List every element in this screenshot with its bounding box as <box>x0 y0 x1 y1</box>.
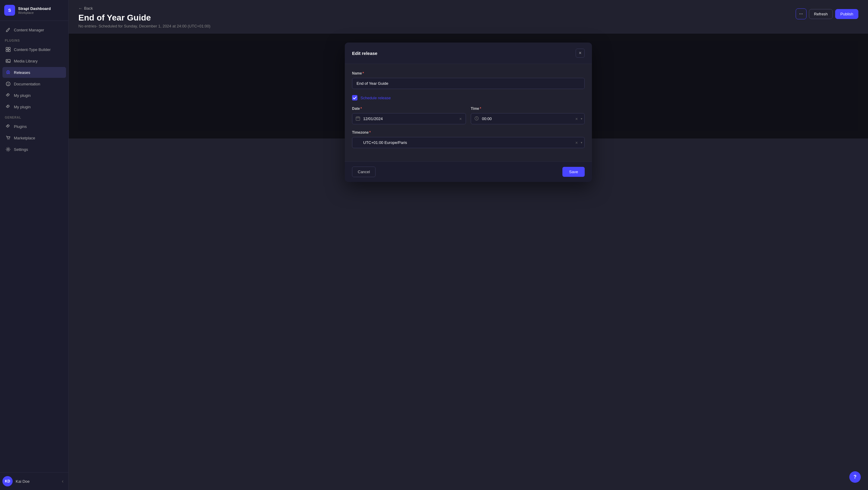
app-logo: S <box>4 5 15 16</box>
time-dropdown-button[interactable]: ▾ <box>581 117 582 120</box>
puzzle-icon-2 <box>5 104 11 110</box>
sidebar-collapse-button[interactable]: ‹ <box>59 478 66 485</box>
arrow-left-icon: ← <box>79 6 82 10</box>
schedule-release-checkbox[interactable] <box>352 95 358 100</box>
cancel-button[interactable]: Cancel <box>352 167 375 177</box>
timezone-input-actions: × ▾ <box>574 140 582 146</box>
sidebar-footer: KD Kai Doe ‹ <box>0 472 68 490</box>
schedule-release-label[interactable]: Schedule release <box>361 96 391 100</box>
date-input-actions: × <box>458 116 464 122</box>
sidebar-item-settings[interactable]: Settings <box>2 144 66 155</box>
back-label: Back <box>84 6 93 10</box>
name-input[interactable] <box>352 78 585 89</box>
date-required-star: * <box>361 107 362 111</box>
main-header: ← Back End of Year Guide No entries- Sch… <box>69 0 868 33</box>
main-content-area: ← Back End of Year Guide No entries- Sch… <box>69 0 868 490</box>
modal-close-button[interactable]: × <box>576 49 585 58</box>
page-title: End of Year Guide <box>79 13 210 23</box>
sidebar-item-marketplace[interactable]: Marketplace <box>2 133 66 143</box>
user-name: Kai Doe <box>16 479 56 484</box>
timezone-label: Timezone* <box>352 131 585 135</box>
gear-icon-plugins <box>5 124 11 129</box>
sidebar-item-label: Marketplace <box>14 136 35 140</box>
sidebar-nav: Content Manager PLUGINS Content-Type Bui… <box>0 21 68 472</box>
rocket-icon <box>5 70 11 75</box>
info-icon <box>5 81 11 87</box>
svg-rect-11 <box>356 117 360 120</box>
modal-body: Name* Schedule release <box>345 64 592 162</box>
sidebar-item-documentation[interactable]: Documentation <box>2 79 66 89</box>
sidebar-item-plugins[interactable]: Plugins <box>2 121 66 132</box>
modal-title: Edit release <box>352 51 377 56</box>
modal-footer: Cancel Save <box>345 162 592 182</box>
sidebar: S Strapi Dashboard Workplace Content Man… <box>0 0 69 490</box>
svg-point-6 <box>8 72 9 73</box>
time-input-wrapper: × ▾ <box>471 113 585 124</box>
app-title-group: Strapi Dashboard Workplace <box>18 6 51 15</box>
svg-rect-0 <box>6 47 8 49</box>
gear-icon <box>5 147 11 152</box>
sidebar-item-label: Settings <box>14 147 28 152</box>
sidebar-item-label: Releases <box>14 70 30 75</box>
more-button[interactable]: ··· <box>796 8 807 19</box>
app-subtitle: Workplace <box>18 11 51 15</box>
timezone-dropdown-button[interactable]: ▾ <box>581 141 582 144</box>
date-input[interactable] <box>352 113 466 124</box>
timezone-input[interactable] <box>352 137 585 148</box>
sidebar-item-label: Content Manager <box>14 28 44 32</box>
sidebar-item-my-plugin-1[interactable]: My plugin <box>2 90 66 101</box>
date-input-wrapper: × <box>352 113 466 124</box>
name-field-group: Name* <box>352 71 585 89</box>
layout-icon <box>5 47 11 52</box>
sidebar-item-label: Documentation <box>14 82 40 86</box>
sidebar-section-plugins: PLUGINS <box>2 36 66 44</box>
clock-icon <box>474 116 479 122</box>
time-required-star: * <box>480 107 481 111</box>
svg-point-9 <box>9 139 9 140</box>
main-content: Edit release × Name* <box>69 33 868 139</box>
time-clear-button[interactable]: × <box>574 116 580 122</box>
date-time-row: Date* <box>352 107 585 131</box>
timezone-input-wrapper: × ▾ <box>352 137 585 148</box>
date-field-group: Date* <box>352 107 466 124</box>
app-title: Strapi Dashboard <box>18 6 51 11</box>
name-label: Name* <box>352 71 585 76</box>
help-button[interactable]: ? <box>849 471 861 483</box>
timezone-field-group: Timezone* × ▾ <box>352 131 585 148</box>
sidebar-item-media-library[interactable]: Media Library <box>2 56 66 66</box>
calendar-icon <box>355 116 360 122</box>
sidebar-item-label: Media Library <box>14 59 38 63</box>
svg-rect-2 <box>6 50 8 52</box>
sidebar-item-my-plugin-2[interactable]: My plugin <box>2 102 66 112</box>
edit-icon <box>5 27 11 33</box>
save-button[interactable]: Save <box>562 167 585 177</box>
name-required-star: * <box>363 71 364 76</box>
time-input[interactable] <box>471 113 585 124</box>
time-field-group: Time* <box>471 107 585 124</box>
time-input-actions: × ▾ <box>574 116 582 122</box>
sidebar-item-releases[interactable]: Releases <box>2 67 66 78</box>
sidebar-item-label: My plugin <box>14 105 31 109</box>
sidebar-header: S Strapi Dashboard Workplace <box>0 0 68 21</box>
puzzle-icon <box>5 93 11 98</box>
timezone-clear-button[interactable]: × <box>574 140 580 146</box>
date-clear-button[interactable]: × <box>458 116 464 122</box>
date-label: Date* <box>352 107 466 111</box>
sidebar-item-label: My plugin <box>14 93 31 98</box>
sidebar-item-content-type-builder[interactable]: Content-Type Builder <box>2 44 66 55</box>
edit-release-modal: Edit release × Name* <box>345 42 592 182</box>
avatar: KD <box>2 476 13 486</box>
sidebar-item-label: Plugins <box>14 124 27 129</box>
page-subtitle: No entries- Scheduled for Sunday, Decemb… <box>79 24 210 28</box>
schedule-release-row: Schedule release <box>352 95 585 100</box>
modal-header: Edit release × <box>345 42 592 64</box>
back-link[interactable]: ← Back <box>79 6 210 10</box>
refresh-button[interactable]: Refresh <box>809 9 833 19</box>
sidebar-item-content-manager[interactable]: Content Manager <box>2 24 66 35</box>
svg-point-8 <box>7 139 8 140</box>
sidebar-section-general: GENERAL <box>2 113 66 121</box>
header-left: ← Back End of Year Guide No entries- Sch… <box>79 6 210 28</box>
timezone-required-star: * <box>369 131 371 135</box>
publish-button[interactable]: Publish <box>835 9 858 19</box>
svg-rect-1 <box>8 47 10 49</box>
